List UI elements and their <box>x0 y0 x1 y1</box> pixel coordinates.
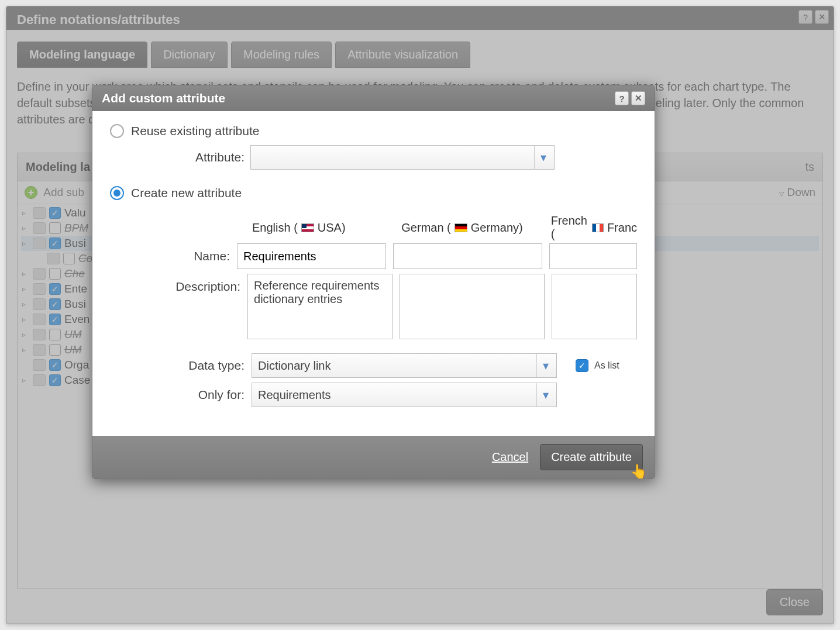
triangle-down-icon: ▽ <box>779 190 784 198</box>
add-attribute-modal: Add custom attribute ? ✕ Reuse existing … <box>92 85 655 479</box>
flag-de-icon <box>455 223 467 232</box>
stencil-type-icon <box>33 237 46 249</box>
dropdown-icon: ▾ <box>534 146 552 169</box>
create-attribute-button[interactable]: Create attribute <box>540 444 643 470</box>
attribute-label: Attribute: <box>110 150 245 164</box>
expand-icon: ▹ <box>22 209 29 217</box>
stencil-type-icon <box>33 268 46 280</box>
tree-label: Valu <box>64 206 86 219</box>
tabs: Modeling language Dictionary Modeling ru… <box>17 42 823 68</box>
stencil-type-icon <box>33 344 46 356</box>
stencil-type-icon <box>33 207 46 219</box>
radio-create-new[interactable] <box>110 186 124 200</box>
expand-icon: ▹ <box>22 224 29 232</box>
tree-checkbox[interactable] <box>49 222 61 234</box>
tab-modeling-rules[interactable]: Modeling rules <box>231 42 332 68</box>
stencil-type-icon <box>33 283 46 295</box>
tree-checkbox[interactable]: ✓ <box>49 298 61 310</box>
expand-icon: ▹ <box>22 346 29 354</box>
stencil-type-icon <box>33 298 46 310</box>
expand-icon: ▹ <box>22 315 29 323</box>
lang-header-en: English ( USA) <box>252 214 394 241</box>
radio-create-new-label: Create new attribute <box>131 186 242 200</box>
expand-icon: ▹ <box>22 300 29 308</box>
description-input-en[interactable]: Reference requirements dictionary entrie… <box>247 274 393 339</box>
stencil-type-icon <box>47 253 60 264</box>
close-icon[interactable]: ✕ <box>815 10 829 24</box>
cancel-button[interactable]: Cancel <box>492 450 528 464</box>
modal-close-icon[interactable]: ✕ <box>631 91 645 105</box>
tree-checkbox[interactable] <box>49 329 61 340</box>
expand-icon: ▹ <box>22 239 29 247</box>
tree-label: Case <box>64 374 90 387</box>
description-input-fr[interactable] <box>552 274 637 339</box>
description-label: Description: <box>110 274 240 294</box>
tree-label: Busi <box>64 298 86 311</box>
onlyfor-label: Only for: <box>110 388 245 402</box>
tree-label: UM <box>64 343 82 356</box>
tree-checkbox[interactable]: ✓ <box>49 359 61 371</box>
radio-reuse-existing[interactable] <box>110 124 124 138</box>
tab-dictionary[interactable]: Dictionary <box>151 42 228 68</box>
lang-header-de: German ( Germany) <box>401 214 543 241</box>
bg-window-title: Define notations/attributes <box>6 6 834 33</box>
name-input-fr[interactable] <box>549 243 637 269</box>
dropdown-icon: ▾ <box>536 354 554 377</box>
tree-checkbox[interactable]: ✓ <box>49 207 61 219</box>
help-icon[interactable]: ? <box>798 10 813 24</box>
tree-label: Even <box>64 313 89 326</box>
tree-label: Ente <box>64 283 87 295</box>
expand-icon: ▹ <box>22 331 29 339</box>
stencil-type-icon <box>33 329 46 340</box>
flag-us-icon <box>301 223 314 232</box>
name-input-en[interactable] <box>237 243 386 269</box>
datatype-combo[interactable]: Dictionary link ▾ <box>252 353 557 378</box>
tree-checkbox[interactable]: ✓ <box>49 374 61 386</box>
tree-label: Che <box>64 267 85 280</box>
stencil-type-icon <box>33 222 46 234</box>
description-input-de[interactable] <box>400 274 545 339</box>
tree-checkbox[interactable] <box>63 253 75 264</box>
add-subset-button[interactable]: + Add sub <box>25 186 84 199</box>
expand-icon: ▹ <box>22 376 29 384</box>
tree-checkbox[interactable]: ✓ <box>49 237 61 249</box>
modal-title: Add custom attribute <box>102 91 225 105</box>
tree-label: UM <box>64 328 82 341</box>
sort-down[interactable]: ▽ Down <box>779 186 815 199</box>
tree-checkbox[interactable] <box>49 344 61 356</box>
tree-label: BPM <box>64 222 88 235</box>
expand-icon: ▹ <box>22 270 29 278</box>
plus-icon: + <box>25 186 37 199</box>
as-list-label: As list <box>594 360 619 371</box>
tab-attribute-visualization[interactable]: Attribute visualization <box>335 42 470 68</box>
tree-checkbox[interactable] <box>49 268 61 280</box>
flag-fr-icon <box>592 223 603 232</box>
datatype-label: Data type: <box>110 359 245 373</box>
as-list-checkbox[interactable]: ✓ <box>576 359 588 372</box>
stencil-type-icon <box>33 374 46 386</box>
name-label: Name: <box>110 243 230 263</box>
tree-label: Busi <box>64 237 86 250</box>
modal-help-icon[interactable]: ? <box>615 91 629 105</box>
close-button[interactable]: Close <box>766 589 823 615</box>
lang-header-fr: French ( Franc <box>551 214 637 241</box>
dropdown-icon: ▾ <box>536 383 554 407</box>
tree-label: Orga <box>64 359 89 371</box>
tab-modeling-language[interactable]: Modeling language <box>17 42 147 68</box>
tree-checkbox[interactable]: ✓ <box>49 283 61 295</box>
stencil-type-icon <box>33 359 46 371</box>
tree-checkbox[interactable]: ✓ <box>49 314 61 325</box>
name-input-de[interactable] <box>393 243 542 269</box>
stencil-type-icon <box>33 314 46 325</box>
radio-reuse-existing-label: Reuse existing attribute <box>131 124 259 138</box>
attribute-combo[interactable]: ▾ <box>250 145 555 170</box>
expand-icon: ▹ <box>22 285 29 293</box>
onlyfor-combo[interactable]: Requirements ▾ <box>252 383 557 407</box>
